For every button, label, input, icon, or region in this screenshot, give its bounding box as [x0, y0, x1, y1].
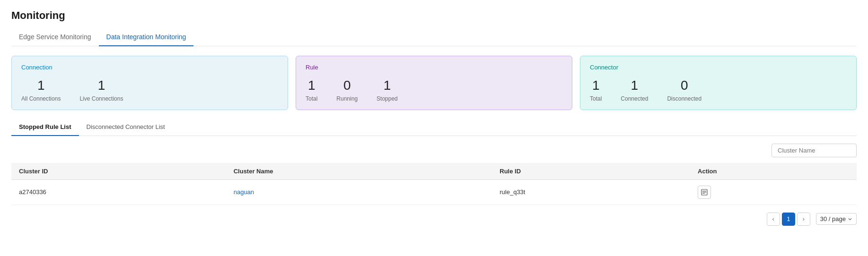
rule-table: Cluster ID Cluster Name Rule ID Action a…: [11, 163, 857, 205]
tab-data-integration[interactable]: Data Integration Monitoring: [99, 29, 194, 46]
connection-card-label: Connection: [21, 64, 278, 71]
main-tabs: Edge Service Monitoring Data Integration…: [11, 29, 857, 46]
cell-cluster-id: a2740336: [11, 179, 226, 205]
rule-card: Rule 1 Total 0 Running 1 Stopped: [296, 56, 572, 110]
rule-stopped-label: Stopped: [377, 95, 398, 102]
live-connections-label: Live Connections: [79, 95, 123, 102]
table-body: a2740336 naguan rule_q33t: [11, 179, 857, 205]
pagination: ‹ 1 › 30 / page: [11, 213, 857, 226]
connector-card-label: Connector: [590, 64, 847, 71]
rule-total-label: Total: [306, 95, 317, 102]
connection-metrics: 1 All Connections 1 Live Connections: [21, 77, 278, 102]
connector-connected-value: 1: [621, 77, 648, 94]
connector-total-value: 1: [590, 77, 602, 94]
rule-running-metric: 0 Running: [336, 77, 358, 102]
toolbar: [11, 144, 857, 157]
connector-metrics: 1 Total 1 Connected 0 Disconnected: [590, 77, 847, 102]
rule-total-value: 1: [306, 77, 317, 94]
action-detail-button[interactable]: [698, 186, 711, 199]
col-cluster-name: Cluster Name: [226, 163, 492, 180]
connector-disconnected-label: Disconnected: [667, 95, 701, 102]
connector-card: Connector 1 Total 1 Connected 0 Disconne…: [580, 56, 857, 110]
chevron-down-icon: [848, 217, 852, 222]
table-header-row: Cluster ID Cluster Name Rule ID Action: [11, 163, 857, 180]
rule-card-label: Rule: [306, 64, 562, 71]
table-row: a2740336 naguan rule_q33t: [11, 179, 857, 205]
page-size-selector[interactable]: 30 / page: [816, 213, 857, 225]
sub-tab-stopped-rule[interactable]: Stopped Rule List: [11, 119, 79, 136]
cluster-name-link[interactable]: naguan: [234, 188, 254, 196]
sub-tab-disconnected-connector[interactable]: Disconnected Connector List: [79, 119, 173, 136]
page-title: Monitoring: [11, 9, 857, 22]
cell-cluster-name: naguan: [226, 179, 492, 205]
detail-icon: [701, 189, 708, 196]
rule-total-metric: 1 Total: [306, 77, 317, 102]
col-cluster-id: Cluster ID: [11, 163, 226, 180]
all-connections-value: 1: [21, 77, 61, 94]
col-rule-id: Rule ID: [492, 163, 690, 180]
connector-total-label: Total: [590, 95, 602, 102]
connector-disconnected-metric: 0 Disconnected: [667, 77, 701, 102]
next-page-button[interactable]: ›: [797, 213, 810, 226]
rule-metrics: 1 Total 0 Running 1 Stopped: [306, 77, 562, 102]
connection-card: Connection 1 All Connections 1 Live Conn…: [11, 56, 288, 110]
cell-action: [690, 179, 857, 205]
all-connections-label: All Connections: [21, 95, 61, 102]
current-page-button[interactable]: 1: [782, 213, 795, 226]
rule-stopped-metric: 1 Stopped: [377, 77, 398, 102]
col-action: Action: [690, 163, 857, 180]
all-connections-metric: 1 All Connections: [21, 77, 61, 102]
tab-edge-service[interactable]: Edge Service Monitoring: [11, 29, 99, 46]
cluster-name-search[interactable]: [772, 144, 857, 157]
connector-total-metric: 1 Total: [590, 77, 602, 102]
page-size-label: 30 / page: [820, 215, 846, 222]
sub-tabs: Stopped Rule List Disconnected Connector…: [11, 119, 857, 136]
live-connections-metric: 1 Live Connections: [79, 77, 123, 102]
prev-page-button[interactable]: ‹: [767, 213, 780, 226]
summary-cards: Connection 1 All Connections 1 Live Conn…: [11, 56, 857, 110]
table-header: Cluster ID Cluster Name Rule ID Action: [11, 163, 857, 180]
monitoring-page: Monitoring Edge Service Monitoring Data …: [0, 0, 868, 235]
rule-running-label: Running: [336, 95, 358, 102]
live-connections-value: 1: [79, 77, 123, 94]
rule-running-value: 0: [336, 77, 358, 94]
connector-disconnected-value: 0: [667, 77, 701, 94]
connector-connected-metric: 1 Connected: [621, 77, 648, 102]
connector-connected-label: Connected: [621, 95, 648, 102]
rule-stopped-value: 1: [377, 77, 398, 94]
cell-rule-id: rule_q33t: [492, 179, 690, 205]
